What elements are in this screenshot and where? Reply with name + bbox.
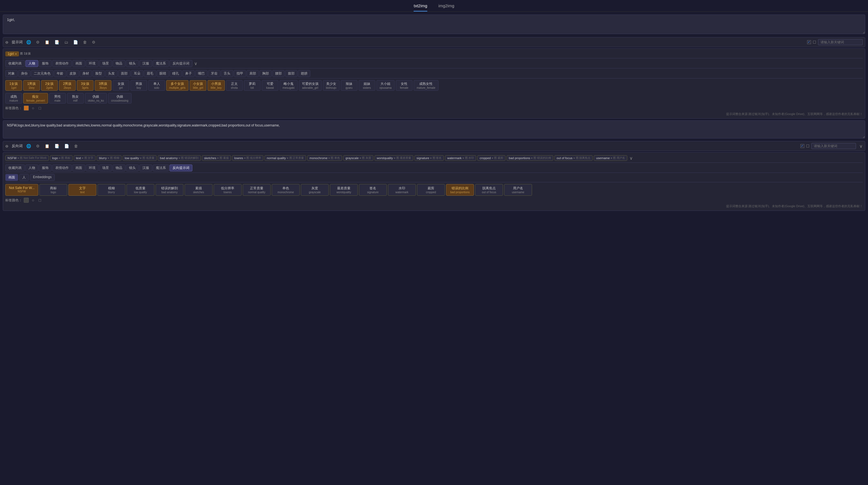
neg-tag-watermark[interactable]: watermark×图 水印 (445, 155, 476, 161)
prompt-textarea[interactable]: 1girl, (3, 14, 865, 34)
prompt-sub-脸型[interactable]: 脸型 (92, 70, 105, 77)
neg-cat-魔法系[interactable]: 魔法系 (153, 164, 169, 171)
prompt-tag-mesugaki[interactable]: 雌小鬼mesugaki (280, 80, 298, 91)
neg-grid-bad-proportions[interactable]: 错误的比例bad proportions (446, 184, 474, 196)
neg-grid-monochrome[interactable]: 单色monochrome (272, 184, 300, 196)
neg-keyword-input[interactable] (811, 143, 856, 149)
prompt-collapse-icon[interactable]: ⊖ (5, 40, 8, 44)
neg-tag-signature[interactable]: signature×图 签名 (414, 155, 444, 161)
prompt-tag-little_girl[interactable]: 小女孩little_girl (190, 80, 207, 91)
prompt-color-btn-2[interactable]: □ (37, 105, 42, 111)
neg-tag-username[interactable]: username×图 用户名 (594, 155, 627, 161)
neg-textarea[interactable]: NSFW,logo,text,blurry,low quality,bad an… (3, 120, 865, 138)
prompt-sub-耳朵[interactable]: 耳朵 (131, 70, 143, 77)
neg-tag-close-blurry[interactable]: × (107, 157, 109, 160)
prompt-tag-crossdressing[interactable]: 伪娘crossdressing (108, 93, 131, 104)
neg-tag-worstquality[interactable]: worstquality×图 最差质量 (374, 155, 413, 161)
neg-tag-normal-quality[interactable]: normal quality×图 正常质量 (265, 155, 306, 161)
neg-cat-反向提示词[interactable]: 反向提示词 (169, 164, 192, 171)
tab-img2img[interactable]: img2img (438, 3, 455, 11)
prompt-tag-1girl[interactable]: 1女孩1girl (5, 80, 22, 91)
prompt-tag-multiple_girls[interactable]: 多个女孩multiple_girls (166, 80, 188, 91)
prompt-sub-鼻子[interactable]: 鼻子 (182, 70, 195, 77)
prompt-active-tag-0[interactable]: 1girl × (5, 52, 19, 56)
prompt-icon-btn-5[interactable]: 🗂 (63, 39, 69, 45)
neg-tag-close-worstquality[interactable]: × (394, 157, 396, 160)
neg-collapse-icon[interactable]: ⊖ (5, 144, 8, 148)
prompt-sub-身份[interactable]: 身份 (18, 70, 30, 77)
neg-tag-blurry[interactable]: blurry×图 模糊 (97, 155, 121, 161)
neg-cat-服饰[interactable]: 服饰 (39, 164, 52, 171)
prompt-color-swatch-orange[interactable] (24, 105, 29, 110)
neg-tag-close-low-quality[interactable]: × (140, 157, 142, 160)
prompt-keyword-input[interactable] (818, 39, 863, 45)
neg-grid-NSFW[interactable]: Not Safe For W...NSFW (5, 184, 38, 196)
prompt-icon-btn-4[interactable]: 📑 (53, 39, 61, 45)
prompt-tag-male[interactable]: 男性male (49, 93, 66, 104)
prompt-cat-物品[interactable]: 物品 (113, 60, 125, 67)
prompt-tag-bishoujo[interactable]: 美少女bishoujo (323, 80, 340, 91)
neg-tag-close-monochrome[interactable]: × (329, 157, 330, 160)
prompt-tag-kawaii[interactable]: 可爱kawaii (262, 80, 278, 91)
prompt-cat-反向提示词[interactable]: 反向提示词 (169, 60, 192, 67)
neg-sub-画面[interactable]: 画面 (5, 174, 18, 181)
neg-tag-bad-proportions[interactable]: bad proportions×图 错误的比例 (506, 155, 553, 161)
neg-tag-grayscale[interactable]: grayscale×图 灰度 (343, 155, 373, 161)
neg-sub-人[interactable]: 人 (19, 174, 29, 181)
prompt-tag-otoko_no_ko[interactable]: 伪娘otoko_no_ko (85, 93, 107, 104)
neg-tag-cropped[interactable]: cropped×图 裁剪 (477, 155, 505, 161)
prompt-tag-shota[interactable]: 正太shota (226, 80, 243, 91)
prompt-icon-btn-3[interactable]: 📋 (43, 39, 51, 45)
neg-checkbox[interactable] (800, 144, 804, 148)
prompt-icon-btn-1[interactable]: 🌐 (25, 39, 32, 45)
neg-grid-cropped[interactable]: 裁剪cropped (417, 184, 445, 196)
prompt-tag-ojousama[interactable]: 大小姐ojousama (376, 80, 395, 91)
neg-tag-text[interactable]: text×图 文字 (74, 155, 95, 161)
neg-tag-NSFW[interactable]: NSFW×图 Not Safe For Work (5, 155, 49, 161)
prompt-cat-画面[interactable]: 画面 (72, 60, 85, 67)
prompt-tag-2boys[interactable]: 2男孩2boys (59, 80, 76, 91)
neg-cat-环境[interactable]: 环境 (86, 164, 99, 171)
prompt-sub-舌头[interactable]: 舌头 (221, 70, 233, 77)
neg-grid-grayscale[interactable]: 灰度grayscale (301, 184, 329, 196)
neg-grid-bad-anatomy[interactable]: 错误的解剖bad anatomy (156, 184, 184, 196)
prompt-cat-收藏列表[interactable]: 收藏列表 (5, 60, 25, 67)
prompt-tag-adorable_girl[interactable]: 可爱的女孩adorable_girl (299, 80, 322, 91)
prompt-cat-人物[interactable]: 人物 (25, 60, 38, 67)
prompt-icon-btn-6[interactable]: 📄 (72, 39, 79, 45)
neg-grid-low-quality[interactable]: 低质量low quality (126, 184, 154, 196)
prompt-sub-皮肤[interactable]: 皮肤 (67, 70, 79, 77)
prompt-cat-魔法系[interactable]: 魔法系 (153, 60, 169, 67)
neg-grid-signature[interactable]: 签名signature (359, 184, 387, 196)
prompt-sub-指甲[interactable]: 指甲 (234, 70, 246, 77)
neg-grid-text[interactable]: 文字text (68, 184, 96, 196)
prompt-tag-3boys[interactable]: 3男孩3boys (95, 80, 112, 91)
neg-tag-out-of-focus[interactable]: out of focus×图 脱离焦点 (554, 155, 593, 161)
prompt-tag-3girls[interactable]: 3女孩3girls (77, 80, 94, 91)
prompt-sub-对象[interactable]: 对象 (5, 70, 18, 77)
neg-cat-表情动作[interactable]: 表情动作 (52, 164, 72, 171)
prompt-sub-瞳孔[interactable]: 瞳孔 (169, 70, 182, 77)
neg-icon-btn-2[interactable]: ⚙ (35, 143, 41, 149)
prompt-icon-btn-8[interactable]: ⚙ (91, 39, 97, 45)
neg-color-btn-1[interactable]: ○ (30, 197, 35, 203)
prompt-sub-眼睛[interactable]: 眼睛 (157, 70, 169, 77)
neg-icon-btn-1[interactable]: 🌐 (25, 143, 32, 149)
prompt-color-btn-1[interactable]: ○ (30, 105, 35, 111)
prompt-sub-牙齿[interactable]: 牙齿 (208, 70, 220, 77)
neg-grid-sketches[interactable]: 素描sketches (185, 184, 213, 196)
neg-color-btn-2[interactable]: □ (37, 197, 42, 203)
neg-tag-close-NSFW[interactable]: × (17, 157, 19, 160)
prompt-sub-眉毛[interactable]: 眉毛 (144, 70, 156, 77)
prompt-sub-年龄[interactable]: 年龄 (54, 70, 66, 77)
neg-cat-镜头[interactable]: 镜头 (126, 164, 139, 171)
neg-tag-close-bad-anatomy[interactable]: × (179, 157, 180, 160)
neg-expand-btn[interactable]: ∨ (859, 143, 863, 149)
neg-cat-物品[interactable]: 物品 (113, 164, 125, 171)
neg-tag-logo[interactable]: logo×图 商标 (50, 155, 72, 161)
prompt-sub-嘴巴[interactable]: 嘴巴 (195, 70, 208, 77)
prompt-tag-loli[interactable]: 萝莉loli (244, 80, 260, 91)
prompt-tag-mature_female[interactable]: 成熟女性mature_female (413, 80, 438, 91)
neg-tag-sketches[interactable]: sketches×图 素描 (202, 155, 231, 161)
tab-txt2img[interactable]: txt2img (413, 3, 427, 11)
